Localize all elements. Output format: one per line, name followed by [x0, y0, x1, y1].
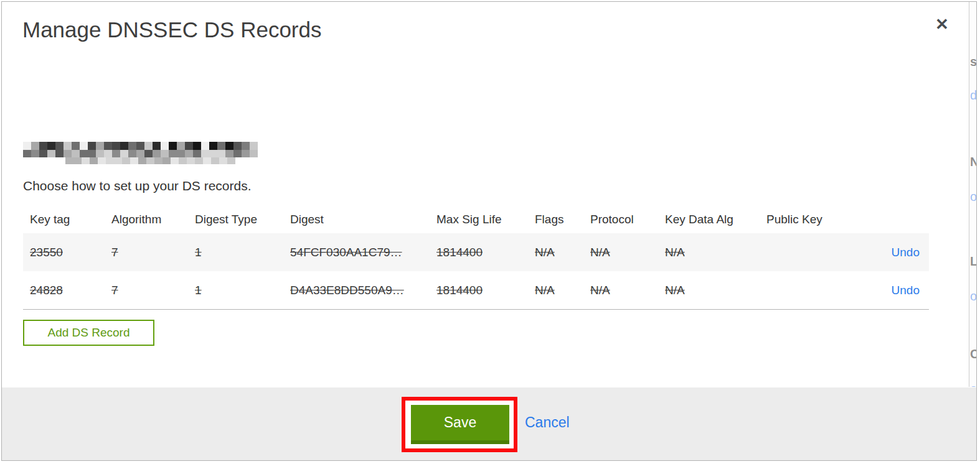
cell-key-data-alg: N/A [658, 246, 760, 259]
background-text-fragment: s [970, 55, 977, 68]
cell-actions: Undo [875, 284, 929, 297]
cell-max-sig-life: 1814400 [430, 284, 528, 297]
close-icon[interactable]: ✕ [931, 14, 953, 35]
ds-records-table: Key tag Algorithm Digest Type Digest Max… [23, 205, 929, 310]
background-text-fragment: d [970, 89, 977, 101]
background-text-fragment: o [970, 383, 977, 387]
cell-digest-type: 1 [188, 284, 283, 297]
cell-algorithm: 7 [105, 246, 188, 259]
annotation-highlight-box: Save [402, 397, 517, 452]
cancel-link[interactable]: Cancel [525, 414, 570, 431]
col-header-max-sig-life: Max Sig Life [430, 213, 528, 226]
table-row: 23550 7 1 54FCF030AA1C79… 1814400 N/A N/… [23, 233, 929, 271]
col-header-digest-type: Digest Type [188, 213, 283, 226]
cell-protocol: N/A [583, 246, 658, 259]
cell-key-tag: 23550 [23, 246, 105, 259]
cell-flags: N/A [528, 284, 583, 297]
undo-link[interactable]: Undo [892, 284, 920, 297]
background-text-fragment: C [970, 348, 977, 360]
background-text-fragment: L [970, 255, 977, 267]
cell-max-sig-life: 1814400 [430, 246, 528, 259]
table-row: 24828 7 1 D4A33E8DD550A9… 1814400 N/A N/… [23, 271, 929, 310]
table-header-row: Key tag Algorithm Digest Type Digest Max… [23, 205, 929, 233]
redacted-domain-name [23, 142, 258, 157]
col-header-flags: Flags [528, 213, 583, 226]
add-ds-record-button[interactable]: Add DS Record [23, 320, 154, 346]
cell-key-tag: 24828 [23, 284, 105, 297]
cell-algorithm: 7 [105, 284, 188, 297]
col-header-algorithm: Algorithm [105, 213, 188, 226]
background-page-strip: sdNoLoCo [969, 2, 977, 387]
cell-flags: N/A [528, 246, 583, 259]
undo-link[interactable]: Undo [892, 246, 920, 259]
col-header-key-data-alg: Key Data Alg [658, 213, 760, 226]
background-text-fragment: N [970, 155, 977, 168]
cell-protocol: N/A [583, 284, 658, 297]
col-header-digest: Digest [283, 213, 430, 226]
cell-digest: 54FCF030AA1C79… [283, 246, 430, 259]
redacted-domain-name-line2 [65, 157, 235, 164]
col-header-protocol: Protocol [583, 213, 658, 226]
cell-key-data-alg: N/A [658, 284, 760, 297]
background-text-fragment: o [970, 190, 977, 203]
background-text-fragment: o [970, 290, 977, 302]
cell-digest-type: 1 [188, 246, 283, 259]
page-title: Manage DNSSEC DS Records [22, 17, 321, 42]
cell-actions: Undo [875, 246, 929, 259]
dnssec-modal-screenshot: Manage DNSSEC DS Records ✕ Choose how to… [0, 0, 980, 464]
subtitle-text: Choose how to set up your DS records. [23, 179, 252, 193]
col-header-public-key: Public Key [760, 213, 875, 226]
save-button[interactable]: Save [411, 405, 509, 444]
col-header-key-tag: Key tag [23, 213, 105, 226]
cell-digest: D4A33E8DD550A9… [283, 284, 430, 297]
